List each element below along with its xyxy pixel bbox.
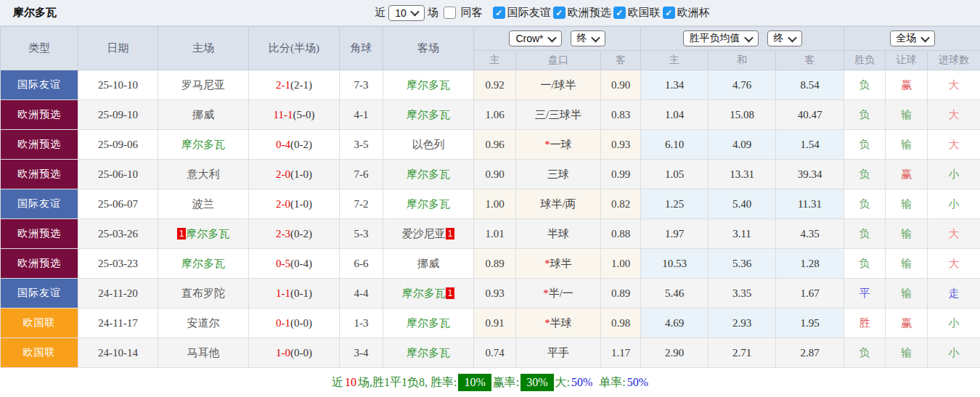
handicap-odds-home: 0.91 — [474, 308, 516, 338]
away-team-link[interactable]: 摩尔多瓦 — [407, 317, 450, 329]
odd-rate-label: 单率: — [599, 375, 625, 390]
average-time-select[interactable]: 终 — [767, 30, 802, 46]
handicap-line-cell: 一/球半 — [516, 70, 601, 100]
handicap-rate-label: 赢率: — [493, 375, 519, 390]
match-date: 25-03-23 — [78, 249, 158, 279]
bookmaker-select-value: Crow* — [515, 33, 543, 44]
home-team-link[interactable]: 马耳他 — [187, 347, 220, 359]
table-row: 欧洲预选 25-03-23 摩尔多瓦 0-5(0-4) 6-6 挪威 0.89 … — [1, 249, 980, 279]
score-cell: 2-0(1-0) — [249, 160, 340, 189]
filter-euro-cup-checkbox[interactable] — [663, 7, 675, 19]
bookmaker-select[interactable]: Crow* — [509, 30, 561, 46]
away-team-link[interactable]: 摩尔多瓦 — [407, 168, 450, 180]
table-row: 国际友谊 25-06-07 波兰 2-0(1-0) 7-2 摩尔多瓦 1.00 … — [1, 189, 980, 219]
handicap-odds-home: 0.92 — [474, 70, 516, 100]
home-team-link[interactable]: 罗马尼亚 — [181, 79, 225, 91]
handicap-odds-away: 0.99 — [601, 160, 641, 189]
half-time-score: (0-2) — [290, 139, 312, 150]
same-away-checkbox[interactable] — [444, 7, 456, 19]
full-time-score[interactable]: 2-0 — [276, 168, 290, 180]
average-type-select[interactable]: 胜平负均值 — [683, 30, 759, 46]
match-date: 25-06-10 — [78, 160, 158, 189]
match-date: 25-09-10 — [78, 100, 158, 130]
full-time-score[interactable]: 0-4 — [276, 139, 290, 150]
handicap-line: 平手 — [547, 347, 569, 359]
full-time-score[interactable]: 2-0 — [276, 198, 290, 210]
full-time-score[interactable]: 1-0 — [276, 347, 290, 359]
home-team-link[interactable]: 摩尔多瓦 — [186, 228, 229, 240]
avg-odds-win: 1.25 — [641, 189, 709, 219]
full-time-score[interactable]: 1-1 — [276, 287, 290, 299]
away-team-link[interactable]: 以色列 — [412, 139, 445, 150]
match-date: 24-11-20 — [78, 279, 158, 308]
col-header-away: 客场 — [383, 27, 474, 70]
home-team-cell: 意大利 — [158, 160, 249, 189]
home-team-cell: 马耳他 — [158, 338, 249, 368]
half-time-score: (1-0) — [290, 198, 312, 210]
away-team-link[interactable]: 摩尔多瓦 — [407, 109, 450, 120]
home-team-link[interactable]: 挪威 — [192, 109, 214, 120]
match-result: 负 — [844, 338, 886, 368]
handicap-result: 赢 — [886, 70, 928, 100]
corner-score: 4-4 — [340, 279, 383, 308]
home-team-link[interactable]: 直布罗陀 — [181, 287, 225, 299]
goals-result: 大 — [928, 249, 980, 279]
table-row: 欧洲预选 25-06-10 意大利 2-0(1-0) 7-6 摩尔多瓦 0.90… — [1, 160, 980, 189]
avg-odds-lose: 39.34 — [776, 160, 844, 189]
home-team-link[interactable]: 安道尔 — [187, 317, 220, 329]
home-team-cell: 直布罗陀 — [158, 279, 249, 308]
table-row: 欧国联 24-11-17 安道尔 0-1(0-0) 1-3 摩尔多瓦 0.91 … — [1, 308, 980, 338]
handicap-line: 三球 — [547, 168, 569, 180]
away-team-cell: 摩尔多瓦 — [383, 338, 474, 368]
avg-odds-lose: 40.47 — [776, 100, 844, 130]
filter-nations-league-checkbox[interactable] — [613, 7, 626, 19]
filter-friendly-checkbox[interactable] — [493, 7, 505, 19]
away-team-link[interactable]: 摩尔多瓦 — [407, 347, 450, 359]
handicap-line: 半/一 — [549, 287, 573, 299]
subheader-handicap-away: 客 — [601, 51, 641, 70]
full-time-score[interactable]: 2-1 — [276, 79, 290, 91]
home-team-link[interactable]: 摩尔多瓦 — [181, 139, 225, 150]
away-team-link[interactable]: 挪威 — [417, 258, 439, 269]
col-header-home: 主场 — [158, 27, 249, 70]
avg-odds-win: 1.04 — [641, 100, 709, 130]
handicap-result: 赢 — [886, 160, 928, 189]
handicap-odds-away: 0.90 — [601, 70, 641, 100]
near-count-value: 10 — [395, 7, 407, 19]
away-team-link[interactable]: 爱沙尼亚 — [402, 228, 446, 240]
scope-select[interactable]: 全场 — [890, 30, 935, 46]
full-time-score[interactable]: 2-3 — [276, 228, 290, 240]
full-time-score[interactable]: 0-5 — [276, 258, 290, 269]
match-type-badge: 欧国联 — [1, 338, 78, 368]
header-row-selects: 类型 日期 主场 比分(半场) 角球 客场 Crow* 终 — [1, 27, 980, 51]
home-team-cell: 摩尔多瓦 — [158, 249, 249, 279]
away-team-link[interactable]: 摩尔多瓦 — [407, 79, 450, 91]
avg-odds-draw: 3.11 — [709, 219, 776, 249]
full-time-score[interactable]: 11-1 — [274, 109, 293, 120]
handicap-result: 输 — [886, 249, 928, 279]
full-time-score[interactable]: 0-1 — [276, 317, 290, 329]
goals-result: 小 — [928, 338, 980, 368]
filter-euro-qualifier-checkbox[interactable] — [553, 7, 565, 19]
handicap-rate-badge: 30% — [520, 374, 553, 391]
home-team-link[interactable]: 摩尔多瓦 — [181, 258, 225, 269]
near-count-select[interactable]: 10 — [388, 5, 425, 21]
scope-select-value: 全场 — [897, 32, 917, 45]
handicap-time-select[interactable]: 终 — [571, 30, 605, 46]
corner-score: 4-1 — [340, 100, 383, 130]
home-team-cell: 挪威 — [158, 100, 249, 130]
away-team-link[interactable]: 摩尔多瓦 — [402, 287, 446, 299]
home-team-link[interactable]: 波兰 — [192, 198, 214, 210]
match-date: 24-11-17 — [78, 308, 158, 338]
handicap-odds-away: 0.89 — [601, 279, 641, 308]
home-team-link[interactable]: 意大利 — [187, 168, 220, 180]
subheader-handicap-home: 主 — [474, 51, 516, 70]
away-team-link[interactable]: 摩尔多瓦 — [407, 198, 450, 210]
handicap-result: 输 — [886, 279, 928, 308]
score-cell: 2-0(1-0) — [249, 189, 340, 219]
handicap-odds-home: 0.93 — [474, 279, 516, 308]
goals-result: 大 — [928, 130, 980, 160]
home-team-cell: 安道尔 — [158, 308, 249, 338]
filter-friendly-label: 国际友谊 — [507, 6, 551, 20]
handicap-odds-home: 1.06 — [474, 100, 516, 130]
